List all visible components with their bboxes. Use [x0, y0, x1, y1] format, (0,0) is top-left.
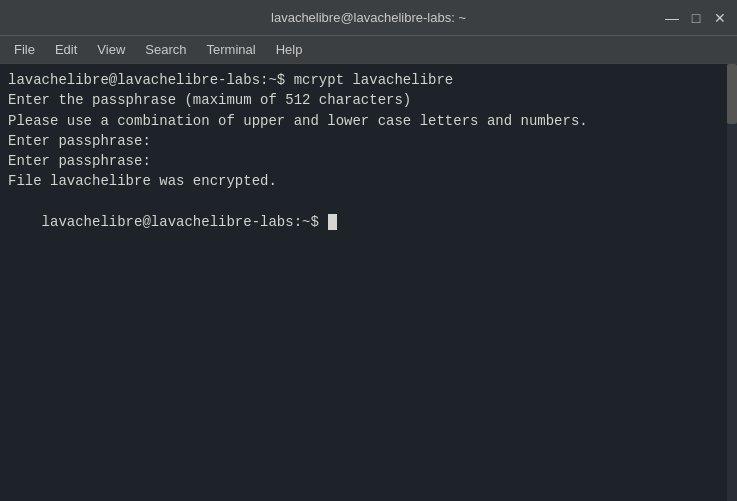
- minimize-button[interactable]: —: [663, 9, 681, 27]
- scrollbar[interactable]: [727, 64, 737, 501]
- prompt-text: lavachelibre@lavachelibre-labs:~$: [42, 214, 328, 230]
- menu-item-help[interactable]: Help: [266, 40, 313, 59]
- menu-item-view[interactable]: View: [87, 40, 135, 59]
- terminal-prompt: lavachelibre@lavachelibre-labs:~$: [8, 192, 729, 253]
- scrollbar-thumb[interactable]: [727, 64, 737, 124]
- terminal-line-3: Please use a combination of upper and lo…: [8, 111, 729, 131]
- terminal-line-2: Enter the passphrase (maximum of 512 cha…: [8, 90, 729, 110]
- title-bar: lavachelibre@lavachelibre-labs: ~ — □ ✕: [0, 0, 737, 36]
- menu-item-edit[interactable]: Edit: [45, 40, 87, 59]
- terminal-line-4: Enter passphrase:: [8, 131, 729, 151]
- terminal-line-7: File lavachelibre was encrypted.: [8, 171, 729, 191]
- terminal-line-1: lavachelibre@lavachelibre-labs:~$ mcrypt…: [8, 70, 729, 90]
- maximize-button[interactable]: □: [687, 9, 705, 27]
- menu-item-terminal[interactable]: Terminal: [197, 40, 266, 59]
- terminal-area[interactable]: lavachelibre@lavachelibre-labs:~$ mcrypt…: [0, 64, 737, 501]
- terminal-line-5: Enter passphrase:: [8, 151, 729, 171]
- menu-bar: FileEditViewSearchTerminalHelp: [0, 36, 737, 64]
- terminal-cursor: [328, 214, 337, 230]
- menu-item-file[interactable]: File: [4, 40, 45, 59]
- close-button[interactable]: ✕: [711, 9, 729, 27]
- window-controls: — □ ✕: [663, 9, 729, 27]
- window-title: lavachelibre@lavachelibre-labs: ~: [271, 10, 466, 25]
- menu-item-search[interactable]: Search: [135, 40, 196, 59]
